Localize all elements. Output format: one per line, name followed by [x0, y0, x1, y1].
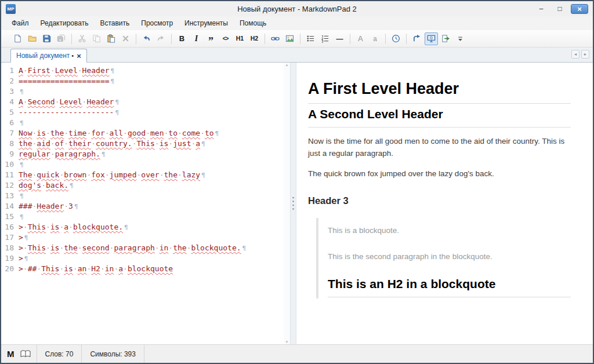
pilcrow-icon: ¶	[115, 99, 119, 106]
editor-line[interactable]: 13¶	[1, 191, 290, 201]
minimize-button[interactable]: –	[534, 4, 549, 14]
code-button[interactable]: <>	[219, 32, 232, 45]
editor-line[interactable]: 12dog's·back.¶	[1, 180, 290, 191]
editor-line[interactable]: 8the·aid·of·their·country.·This·is·just·…	[1, 139, 290, 149]
pilcrow-icon: ¶	[115, 109, 119, 117]
paste-icon	[107, 34, 115, 43]
editor-line[interactable]: 7Now·is·the·time·for·all·good·men·to·com…	[1, 128, 290, 139]
preview-h1: A First Level Header	[308, 80, 571, 104]
new-document-button[interactable]	[11, 32, 24, 45]
pane-splitter[interactable]	[290, 63, 296, 344]
bold-button[interactable]: B	[175, 32, 189, 45]
editor-line[interactable]: 2====================¶	[1, 76, 290, 86]
editor-line[interactable]: 15¶	[1, 212, 290, 222]
timestamp-button[interactable]	[389, 32, 403, 45]
editor-line[interactable]: 19>¶	[1, 253, 290, 264]
maximize-button[interactable]: □	[552, 4, 567, 14]
toolbar-separator	[406, 34, 407, 44]
horizontal-rule-button[interactable]: —	[333, 32, 346, 45]
pilcrow-icon: ¶	[20, 88, 24, 96]
image-button[interactable]	[283, 32, 296, 45]
paste-button[interactable]	[104, 32, 118, 45]
tab-scroll-right-icon[interactable]: ►	[581, 50, 589, 59]
line-text: A·First·Level·Header¶	[19, 65, 114, 76]
uppercase-icon: A	[358, 35, 363, 42]
editor-lines: 1A·First·Level·Header¶2=================…	[1, 63, 290, 274]
line-number: 9	[1, 149, 19, 159]
italic-button[interactable]: I	[190, 32, 203, 45]
toolbar-separator	[136, 34, 136, 44]
editor-line[interactable]: 18>·This·is·the·second·paragraph·in·the·…	[1, 243, 290, 253]
dictionary-icon[interactable]	[20, 350, 31, 358]
app-logo-icon: MP	[6, 4, 16, 14]
export-button[interactable]	[439, 32, 452, 45]
heading-2-button[interactable]: H2	[248, 32, 261, 45]
editor-line[interactable]: 20>·##·This·is·an·H2·in·a·blockquote	[1, 264, 290, 274]
line-number: 12	[1, 180, 19, 191]
italic-icon: I	[195, 35, 198, 43]
tab-new-document[interactable]: Новый документ • ×	[10, 49, 87, 63]
markdown-mode-icon[interactable]: M	[7, 349, 15, 359]
editor-line[interactable]: 9regular·paragraph.¶	[1, 149, 290, 159]
line-number: 1	[1, 65, 19, 76]
line-text: ¶	[19, 212, 24, 222]
toolbar-separator	[265, 34, 265, 44]
editor-line[interactable]: 1A·First·Level·Header¶	[1, 65, 290, 76]
numbered-list-icon	[321, 34, 329, 43]
menu-insert[interactable]: Вставить	[94, 17, 135, 30]
bullet-list-button[interactable]	[304, 32, 317, 45]
editor-scrollbar[interactable]: ▲ ▼	[284, 63, 290, 344]
tab-close-icon[interactable]: ×	[77, 52, 81, 60]
numbered-list-button[interactable]	[318, 32, 332, 45]
undo-icon	[142, 34, 151, 43]
preview-pane[interactable]: A First Level HeaderA Second Level Heade…	[296, 63, 593, 344]
preview-p: Now is the time for all good men to come…	[308, 136, 571, 160]
tab-scroll-left-icon[interactable]: ◄	[571, 50, 579, 59]
hyperlink-icon	[271, 34, 280, 43]
editor-line[interactable]: 5---------------------¶	[1, 107, 290, 118]
pilcrow-icon: ¶	[20, 119, 24, 127]
menu-view[interactable]: Просмотр	[135, 17, 179, 30]
menu-edit[interactable]: Редактировать	[35, 17, 95, 30]
editor-line[interactable]: 4A·Second·Level·Header¶	[1, 97, 290, 107]
editor-line[interactable]: 16>·This·is·a·blockquote.¶	[1, 222, 290, 232]
editor-line[interactable]: 11The·quick·brown·fox·jumped·over·the·la…	[1, 170, 290, 180]
title-bar: MP Новый документ - MarkdownPad 2 – □ ×	[1, 1, 593, 16]
jump-to-preview-button[interactable]	[410, 32, 423, 45]
line-number: 13	[1, 191, 19, 201]
editor-line[interactable]: 14###·Header·3¶	[1, 201, 290, 212]
toolbar-separator	[350, 34, 350, 44]
undo-button[interactable]	[140, 32, 153, 45]
preview-p: This is a blockquote.	[328, 225, 571, 237]
line-number: 18	[1, 243, 19, 253]
pilcrow-icon: ¶	[111, 67, 115, 75]
scroll-up-icon[interactable]: ▲	[285, 63, 289, 67]
close-button[interactable]: ×	[571, 4, 588, 14]
editor-line[interactable]: 3¶	[1, 86, 290, 97]
hyperlink-button[interactable]	[269, 32, 282, 45]
menu-file[interactable]: Файл	[6, 17, 35, 30]
line-number: 16	[1, 222, 19, 232]
scroll-down-icon[interactable]: ▼	[285, 340, 289, 344]
pilcrow-icon: ¶	[201, 172, 205, 179]
heading-1-button[interactable]: H1	[233, 32, 247, 45]
bold-icon: B	[179, 35, 184, 42]
live-preview-icon	[427, 34, 436, 43]
redo-button	[154, 32, 168, 45]
editor-line[interactable]: 17>¶	[1, 232, 290, 243]
save-button[interactable]	[40, 32, 53, 45]
blockquote-button[interactable]: ”	[204, 32, 218, 45]
heading-1-icon: H1	[236, 35, 244, 42]
new-document-icon	[13, 34, 22, 43]
editor-line[interactable]: 6¶	[1, 118, 290, 128]
editor-pane[interactable]: 1A·First·Level·Header¶2=================…	[1, 63, 290, 344]
pilcrow-icon: ¶	[20, 213, 24, 221]
toolbar-options-button[interactable]	[454, 32, 467, 45]
menu-help[interactable]: Помощь	[234, 17, 272, 30]
open-file-button[interactable]	[26, 32, 39, 45]
open-file-icon	[28, 34, 37, 43]
editor-line[interactable]: 10¶	[1, 159, 290, 170]
live-preview-button[interactable]	[425, 32, 438, 45]
menu-tools[interactable]: Инструменты	[179, 17, 234, 30]
line-number: 6	[1, 118, 19, 128]
